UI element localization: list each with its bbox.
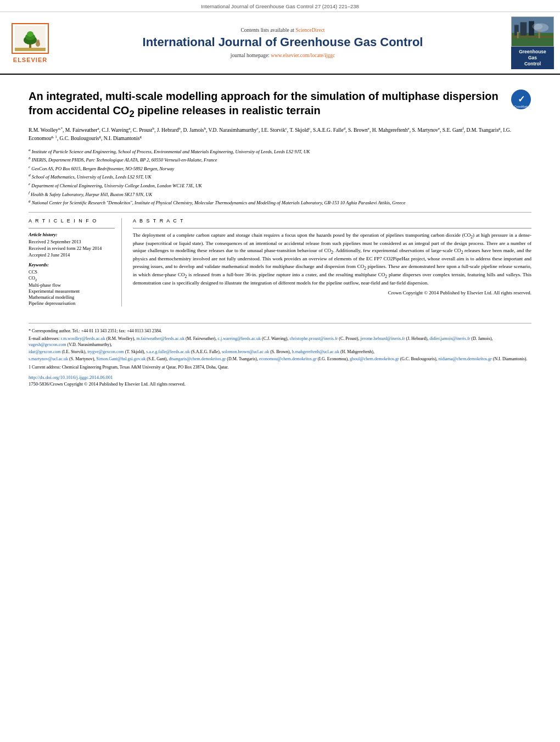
journal-logo-image	[511, 16, 554, 47]
email-woolley[interactable]: r.m.woolley@leeds.ac.uk	[61, 336, 105, 341]
email-storvik[interactable]: idar@gexcon.com	[29, 349, 61, 354]
affiliation-b: b INERIS, Department PHDS, Parc Technolo…	[29, 155, 531, 164]
email-tsangaris[interactable]: dtsangaris@chem.demokritos.gr	[169, 356, 226, 361]
top-bar: International Journal of Greenhouse Gas …	[0, 0, 560, 12]
main-content: An integrated, multi-scale modelling app…	[0, 75, 560, 393]
abstract-divider	[133, 228, 531, 228]
crossmark-logo-icon: ✓ CrossMark	[511, 89, 531, 110]
article-info-column: A R T I C L E I N F O Article history: R…	[29, 218, 122, 307]
page: International Journal of Greenhouse Gas …	[0, 0, 560, 742]
affiliation-g: g National Center for Scientific Researc…	[29, 198, 531, 207]
corresponding-author: * Corresponding author. Tel.: +44 01 13 …	[29, 328, 531, 334]
issn-notice: 1750-5836/Crown Copyright © 2014 Publish…	[29, 381, 531, 388]
keyword-pipeline: Pipeline depressurisation	[29, 300, 115, 306]
elsevier-logo: ELSEVIER	[5, 23, 55, 63]
affiliation-e: e Department of Chemical Engineering, Un…	[29, 181, 531, 189]
article-info-heading: A R T I C L E I N F O	[29, 218, 115, 224]
footnotes-section: * Corresponding author. Tel.: +44 01 13 …	[29, 323, 531, 388]
email-narasimhamurthy[interactable]: vagesh@gexcon.com	[29, 342, 66, 347]
email-wareing[interactable]: c.j.wareing@leeds.ac.uk	[218, 336, 261, 341]
abstract-heading: A B S T R A C T	[133, 218, 531, 224]
journal-title: International Journal of Greenhouse Gas …	[60, 35, 505, 49]
elsevier-wordmark: ELSEVIER	[13, 57, 47, 63]
elsevier-box	[12, 23, 49, 54]
svg-rect-5	[15, 48, 46, 51]
email-addresses-2: idar@gexcon.com (I.E. Storvik), trygve@g…	[29, 349, 531, 355]
email-gant[interactable]: Simon.Gant@hsl.gsi.gov.uk	[96, 356, 145, 361]
svg-point-18	[532, 23, 542, 30]
email-martynov[interactable]: s.martynov@ucl.ac.uk	[29, 356, 68, 361]
keyword-co2: CO2	[29, 275, 115, 282]
history-label: Article history:	[29, 232, 115, 237]
svg-text:✓: ✓	[518, 94, 525, 104]
email-falle[interactable]: s.a.e.g.falle@leeds.ac.uk	[146, 349, 189, 354]
email-mahgereftenh[interactable]: h.mahgereftenh@ucl.ac.uk	[292, 349, 339, 354]
email-addresses: E-mail addresses: r.m.woolley@leeds.ac.u…	[29, 336, 531, 348]
science-direct-notice: Contents lists available at ScienceDirec…	[60, 27, 505, 33]
journal-reference: International Journal of Greenhouse Gas …	[201, 3, 359, 9]
abstract-column: A B S T R A C T The deployment of a comp…	[133, 218, 531, 307]
keyword-ccs: CCS	[29, 269, 115, 275]
article-title: An integrated, multi-scale modelling app…	[29, 89, 503, 120]
abstract-text: The deployment of a complete carbon capt…	[133, 232, 531, 287]
affiliations: a Institute of Particle Science and Engi…	[29, 147, 531, 207]
article-title-section: An integrated, multi-scale modelling app…	[29, 89, 531, 120]
journal-logo-right: GreenhouseGasControl	[511, 16, 555, 69]
keywords-label: Keywords:	[29, 262, 115, 267]
keyword-experimental: Experimental measurement	[29, 288, 115, 294]
svg-point-4	[27, 31, 33, 37]
doi-url[interactable]: http://dx.doi.org/10.1016/j.ijggc.2014.0…	[29, 375, 113, 380]
doi-link: http://dx.doi.org/10.1016/j.ijggc.2014.0…	[29, 375, 531, 381]
affiliation-a: a Institute of Particle Science and Engi…	[29, 147, 531, 155]
affiliation-f: f Health & Safety Laboratory, Harpur Hil…	[29, 190, 531, 198]
email-brown[interactable]: solomon.brown@ucl.ac.uk	[222, 349, 269, 354]
journal-header: ELSEVIER Contents lists available at Sci…	[0, 12, 560, 75]
email-boulougouris[interactable]: gboul@chem.demokritos.gr	[350, 356, 399, 361]
info-divider	[29, 228, 115, 228]
email-jamois[interactable]: didier.jamois@ineris.fr	[429, 336, 470, 341]
journal-center: Contents lists available at ScienceDirec…	[60, 27, 505, 58]
affiliation-c: c GexCon AS, PO Box 6015, Bergen Bedrift…	[29, 164, 531, 172]
received-revised-date: Received in revised form 22 May 2014	[29, 246, 115, 251]
science-direct-link[interactable]: ScienceDirect	[295, 27, 324, 33]
keyword-multiphase: Multi-phase flow	[29, 282, 115, 288]
svg-text:CrossMark: CrossMark	[514, 105, 528, 108]
journal-logo-text: GreenhouseGasControl	[511, 47, 554, 69]
received-date: Received 2 September 2013	[29, 239, 115, 244]
email-skjold[interactable]: trygve@gexcon.com	[87, 349, 124, 354]
email-hebrard[interactable]: jerome.hebrard@ineris.fr	[360, 336, 405, 341]
email-diamantonis[interactable]: nidiama@chem.demokritos.gr	[439, 356, 492, 361]
authors: R.M. Woolleya,*, M. Fairweathera, C.J. W…	[29, 126, 531, 143]
homepage-url[interactable]: www.elsevier.com/locate/ijggc	[271, 53, 335, 58]
svg-rect-15	[517, 32, 519, 38]
email-addresses-3: s.martynov@ucl.ac.uk (S. Martynov), Simo…	[29, 356, 531, 362]
email-proust[interactable]: christophe.proust@ineris.fr	[290, 336, 338, 341]
header-divider	[29, 212, 531, 213]
affiliation-d: d School of Mathematics, University of L…	[29, 172, 531, 181]
current-address: 1 Current address: Chemical Engineering …	[29, 364, 531, 370]
journal-cover-art-icon	[512, 16, 553, 47]
two-column-section: A R T I C L E I N F O Article history: R…	[29, 218, 531, 307]
email-economou[interactable]: economou@chem.demokritos.gr	[259, 356, 317, 361]
greenhouse-control-label: GreenhouseGasControl	[519, 49, 546, 66]
elsevier-tree-icon	[15, 26, 46, 51]
accepted-date: Accepted 2 June 2014	[29, 252, 115, 258]
journal-homepage: journal homepage: www.elsevier.com/locat…	[60, 53, 505, 58]
svg-rect-12	[520, 22, 527, 35]
keyword-mathematical: Mathematical modelling	[29, 294, 115, 300]
copyright-notice: Crown Copyright © 2014 Published by Else…	[133, 290, 531, 295]
email-fairweather[interactable]: m.fairweather@leeds.ac.uk	[136, 336, 184, 341]
svg-point-7	[36, 40, 40, 43]
